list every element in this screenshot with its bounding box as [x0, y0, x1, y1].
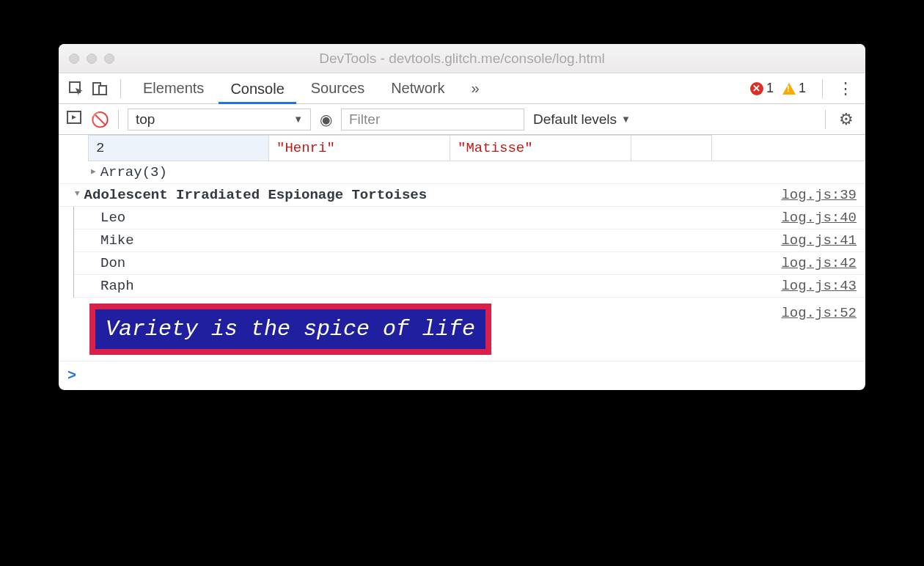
list-item[interactable]: Leo log.js:40	[74, 207, 865, 229]
log-levels-dropdown[interactable]: Default levels ▼	[533, 111, 631, 128]
filter-input[interactable]	[341, 109, 524, 131]
tab-network[interactable]: Network	[379, 73, 456, 103]
prompt-icon: >	[67, 367, 76, 384]
minimize-icon[interactable]	[87, 54, 97, 64]
error-icon: ✕	[750, 82, 763, 95]
chevron-down-icon: ▼	[621, 114, 631, 125]
list-item[interactable]: Mike log.js:41	[74, 229, 865, 252]
list-item[interactable]: Raph log.js:43	[74, 275, 865, 298]
error-count: 1	[766, 81, 774, 96]
more-menu-icon[interactable]: ⋮	[833, 79, 858, 98]
cell-index: 2	[88, 135, 269, 161]
live-expression-icon[interactable]: ◉	[320, 111, 332, 128]
list-item[interactable]: Don log.js:42	[74, 252, 865, 275]
warning-status[interactable]: 1	[782, 81, 806, 96]
log-text: Don	[100, 255, 125, 271]
separator	[118, 110, 119, 129]
source-link[interactable]: log.js:41	[781, 232, 857, 249]
warning-count: 1	[799, 81, 806, 96]
separator	[822, 79, 823, 98]
tabs-overflow[interactable]: »	[460, 73, 491, 103]
clear-console-icon[interactable]: 🚫	[91, 111, 109, 128]
cell-empty	[631, 135, 712, 161]
svg-rect-2	[99, 86, 106, 95]
group-body: Leo log.js:40 Mike log.js:41 Don log.js:…	[73, 207, 865, 298]
titlebar: DevTools - devtools.glitch.me/console/lo…	[59, 44, 865, 73]
device-toolbar-icon[interactable]	[89, 78, 110, 99]
console-filterbar: 🚫 top ▼ ◉ Default levels ▼ ⚙	[59, 104, 865, 135]
console-sidebar-toggle-icon[interactable]	[66, 109, 82, 129]
array-summary-line[interactable]: Array(3)	[59, 161, 865, 184]
console-prompt[interactable]: >	[59, 361, 865, 390]
tab-console[interactable]: Console	[219, 74, 296, 104]
tab-elements[interactable]: Elements	[131, 73, 216, 103]
group-header[interactable]: Adolescent Irradiated Espionage Tortoise…	[59, 184, 865, 207]
separator	[120, 79, 121, 98]
separator	[825, 110, 826, 129]
source-link[interactable]: log.js:39	[781, 187, 857, 203]
array-summary: Array(3)	[100, 164, 167, 180]
log-text: Mike	[100, 232, 134, 249]
close-icon[interactable]	[69, 54, 79, 64]
devtools-tabbar: Elements Console Sources Network » ✕ 1 1…	[59, 73, 865, 104]
table-row[interactable]: 2 "Henri" "Matisse"	[88, 135, 865, 161]
context-value: top	[136, 111, 155, 128]
source-link[interactable]: log.js:42	[781, 255, 857, 271]
log-text: Raph	[100, 278, 134, 294]
zoom-icon[interactable]	[104, 54, 114, 64]
window-title: DevTools - devtools.glitch.me/console/lo…	[59, 51, 865, 67]
inspect-element-icon[interactable]	[66, 78, 87, 99]
console-output: 2 "Henri" "Matisse" Array(3) Adolescent …	[59, 135, 865, 390]
devtools-window: DevTools - devtools.glitch.me/console/lo…	[59, 44, 865, 390]
chevron-down-icon: ▼	[293, 114, 303, 125]
warning-icon	[782, 83, 796, 95]
context-selector[interactable]: top ▼	[128, 109, 311, 131]
tab-sources[interactable]: Sources	[299, 73, 376, 103]
source-link[interactable]: log.js:52	[781, 301, 857, 321]
log-text: Leo	[100, 210, 125, 226]
styled-log-text: Variety is the spice of life	[89, 304, 491, 355]
cell-last: "Matisse"	[450, 135, 631, 161]
source-link[interactable]: log.js:40	[781, 210, 857, 226]
traffic-lights	[69, 54, 114, 64]
cell-first: "Henri"	[269, 135, 450, 161]
source-link[interactable]: log.js:43	[781, 278, 857, 294]
error-status[interactable]: ✕ 1	[750, 81, 774, 96]
settings-icon[interactable]: ⚙	[835, 110, 858, 129]
group-title: Adolescent Irradiated Espionage Tortoise…	[84, 187, 427, 203]
styled-log-line[interactable]: Variety is the spice of life log.js:52	[59, 298, 865, 361]
log-levels-label: Default levels	[533, 111, 617, 128]
